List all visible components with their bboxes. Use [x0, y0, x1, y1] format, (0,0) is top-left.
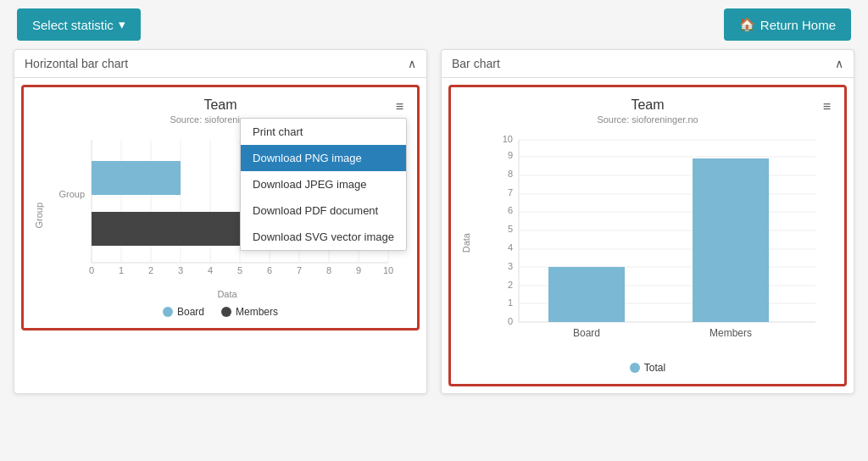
- right-y-label: Data: [461, 233, 471, 253]
- home-icon: 🏠: [739, 17, 755, 32]
- left-y-label: Group: [34, 203, 44, 229]
- svg-text:2: 2: [148, 265, 153, 275]
- menu-item-png[interactable]: Download PNG image: [241, 145, 406, 171]
- left-panel-title: Horizontal bar chart: [25, 57, 128, 70]
- left-panel-collapse-icon[interactable]: ∧: [408, 57, 416, 70]
- svg-text:7: 7: [508, 187, 513, 197]
- svg-text:5: 5: [237, 265, 242, 275]
- right-legend-dot-total: [630, 363, 640, 373]
- svg-text:Group: Group: [58, 189, 85, 199]
- right-panel-title: Bar chart: [452, 57, 500, 70]
- svg-text:9: 9: [356, 265, 361, 275]
- right-chart-menu-button[interactable]: ≡: [820, 97, 834, 116]
- right-chart-title: Team: [461, 97, 834, 113]
- legend-dot-board: [163, 307, 173, 317]
- right-legend-label-total: Total: [644, 362, 665, 374]
- svg-text:1: 1: [508, 297, 513, 308]
- svg-text:10: 10: [383, 265, 393, 275]
- svg-text:9: 9: [508, 150, 513, 160]
- svg-text:4: 4: [208, 265, 213, 275]
- left-chart-dropdown-menu: Print chart Download PNG image Download …: [240, 118, 407, 251]
- svg-text:6: 6: [508, 205, 513, 215]
- svg-text:Members: Members: [709, 327, 752, 339]
- svg-text:6: 6: [267, 265, 272, 275]
- right-chart-panel: Bar chart ∧ ≡ Team Source: sioforeninger…: [441, 49, 854, 394]
- top-bar: Select statistic ▾ 🏠 Return Home: [0, 0, 868, 49]
- left-chart-legend: Board Members: [34, 306, 407, 318]
- return-home-label: Return Home: [760, 18, 836, 32]
- vbar-members: [693, 158, 769, 322]
- right-panel-body: ≡ Team Source: sioforeninger.no Data: [448, 85, 847, 386]
- left-x-label: Data: [47, 289, 407, 299]
- svg-text:10: 10: [503, 134, 513, 144]
- legend-item-board: Board: [163, 306, 204, 318]
- menu-item-jpeg[interactable]: Download JPEG image: [241, 171, 406, 197]
- menu-item-pdf[interactable]: Download PDF document: [241, 197, 406, 224]
- bar-board: [92, 161, 181, 195]
- svg-text:7: 7: [297, 265, 302, 275]
- charts-row: Horizontal bar chart ∧ ≡ Print chart Dow…: [0, 49, 868, 408]
- svg-text:Board: Board: [573, 327, 600, 339]
- svg-text:1: 1: [119, 265, 124, 275]
- svg-text:4: 4: [508, 242, 513, 253]
- left-chart-title: Team: [34, 97, 407, 113]
- legend-item-members: Members: [221, 306, 278, 318]
- right-panel-collapse-icon[interactable]: ∧: [835, 57, 843, 70]
- vbar-board: [548, 267, 625, 322]
- right-chart-legend: Total: [461, 362, 834, 374]
- menu-item-print[interactable]: Print chart: [241, 119, 406, 145]
- svg-text:0: 0: [89, 265, 94, 275]
- svg-text:5: 5: [508, 224, 513, 234]
- menu-item-svg[interactable]: Download SVG vector image: [241, 224, 406, 250]
- dropdown-arrow-icon: ▾: [119, 17, 125, 32]
- right-chart-svg: 0 1 2 3 4 5 6 7 8 9 10: [475, 131, 834, 352]
- svg-text:0: 0: [508, 316, 513, 326]
- svg-text:8: 8: [326, 265, 331, 275]
- hamburger-icon: ≡: [396, 99, 403, 114]
- legend-label-members: Members: [236, 306, 278, 318]
- svg-text:2: 2: [508, 280, 513, 290]
- right-legend-item-total: Total: [630, 362, 665, 374]
- return-home-button[interactable]: 🏠 Return Home: [724, 8, 851, 41]
- left-chart-menu-button[interactable]: ≡: [392, 97, 407, 116]
- right-chart-source: Source: sioforeninger.no: [461, 114, 834, 125]
- svg-text:3: 3: [178, 265, 183, 275]
- select-statistic-label: Select statistic: [32, 18, 114, 32]
- left-panel-header: Horizontal bar chart ∧: [14, 50, 426, 78]
- legend-dot-members: [221, 307, 231, 317]
- svg-text:3: 3: [508, 261, 513, 271]
- left-chart-panel: Horizontal bar chart ∧ ≡ Print chart Dow…: [14, 49, 427, 394]
- svg-text:8: 8: [508, 169, 513, 179]
- legend-label-board: Board: [177, 306, 204, 318]
- select-statistic-button[interactable]: Select statistic ▾: [17, 8, 141, 41]
- right-panel-header: Bar chart ∧: [442, 50, 854, 78]
- right-hamburger-icon: ≡: [823, 99, 831, 114]
- left-panel-body: ≡ Print chart Download PNG image Downloa…: [21, 85, 420, 330]
